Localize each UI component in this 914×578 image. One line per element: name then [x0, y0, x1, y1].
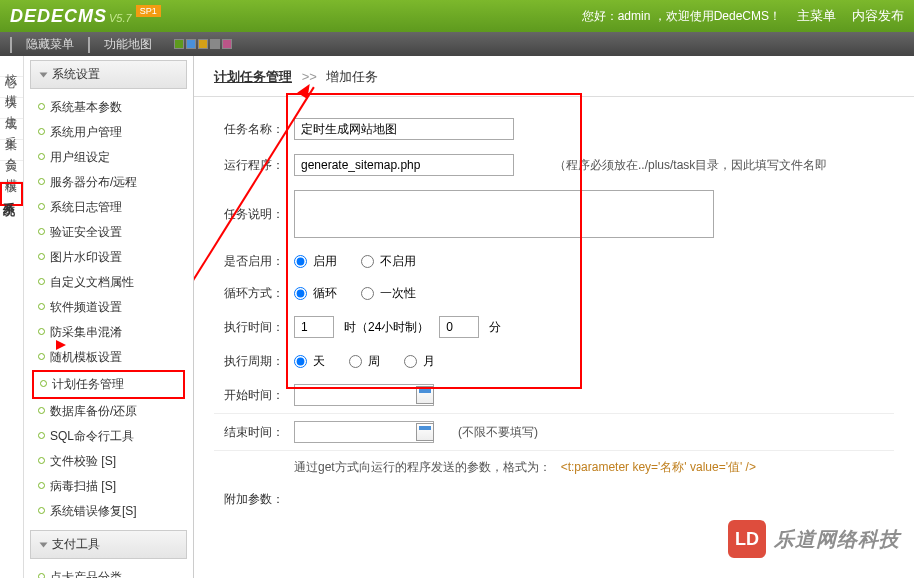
vtab-4[interactable]: 会员: [0, 140, 23, 161]
sidebar-item[interactable]: 病毒扫描 [S]: [32, 474, 185, 499]
vertical-tab-strip: 核心模块生成采集会员模板系统: [0, 56, 24, 578]
param-format-hint: 通过get方式向运行的程序发送的参数，格式为：<t:parameter key=…: [294, 459, 894, 476]
start-time-label: 开始时间：: [214, 387, 294, 404]
loop-once-radio[interactable]: 一次性: [361, 285, 416, 302]
sidebar-item[interactable]: 服务器分布/远程: [32, 170, 185, 195]
period-month-radio[interactable]: 月: [404, 353, 435, 370]
vtab-5[interactable]: 模板: [0, 161, 23, 182]
sidebar-section-payment[interactable]: 支付工具: [30, 530, 187, 559]
desc-textarea[interactable]: [294, 190, 714, 238]
enable-label: 是否启用：: [214, 253, 294, 270]
end-time-hint: (不限不要填写): [458, 424, 538, 441]
period-day-radio[interactable]: 天: [294, 353, 325, 370]
sidebar: 系统设置 系统基本参数系统用户管理用户组设定服务器分布/远程系统日志管理验证安全…: [24, 56, 194, 578]
minute-suffix: 分: [489, 319, 501, 336]
theme-color-swatch[interactable]: [186, 39, 196, 49]
watermark: LD 乐道网络科技: [728, 520, 900, 558]
enable-on-radio[interactable]: 启用: [294, 253, 337, 270]
logo-sp-badge: SP1: [136, 5, 161, 17]
minute-input[interactable]: [439, 316, 479, 338]
task-name-label: 任务名称：: [214, 121, 294, 138]
sidebar-item[interactable]: 系统错误修复[S]: [32, 499, 185, 524]
sidebar-item[interactable]: SQL命令行工具: [32, 424, 185, 449]
main-content: 计划任务管理 >> 增加任务 任务名称： 运行程序： （程序必须放在../plu…: [194, 56, 914, 578]
app-header: DEDECMS V5.7 SP1 您好：admin ，欢迎使用DedeCMS！ …: [0, 0, 914, 32]
breadcrumb: 计划任务管理 >> 增加任务: [194, 56, 914, 97]
loop-yes-radio[interactable]: 循环: [294, 285, 337, 302]
watermark-badge: LD: [728, 520, 766, 558]
logo-text: DEDECMS: [10, 6, 107, 27]
sidebar-item[interactable]: 自定义文档属性: [32, 270, 185, 295]
period-week-radio[interactable]: 周: [349, 353, 380, 370]
hour-suffix: 时（24小时制）: [344, 319, 429, 336]
end-time-label: 结束时间：: [214, 424, 294, 441]
sidebar-item[interactable]: 点卡产品分类: [32, 565, 185, 578]
vtab-6[interactable]: 系统: [0, 182, 23, 206]
program-input[interactable]: [294, 154, 514, 176]
list-icon: [10, 38, 22, 50]
desc-label: 任务说明：: [214, 190, 294, 223]
welcome-text: 您好：admin ，欢迎使用DedeCMS！: [582, 8, 781, 25]
theme-color-swatch[interactable]: [174, 39, 184, 49]
sidebar-item[interactable]: 软件频道设置: [32, 295, 185, 320]
logo: DEDECMS V5.7 SP1: [10, 6, 161, 27]
task-name-input[interactable]: [294, 118, 514, 140]
toolbar: 隐藏菜单 功能地图: [0, 32, 914, 56]
sidebar-item[interactable]: 图片水印设置: [32, 245, 185, 270]
hour-input[interactable]: [294, 316, 334, 338]
calendar-icon[interactable]: [416, 423, 434, 441]
annotation-arrow-icon: [56, 340, 66, 350]
grid-icon: [88, 38, 100, 50]
period-label: 执行周期：: [214, 353, 294, 370]
vtab-1[interactable]: 模块: [0, 77, 23, 98]
loop-label: 循环方式：: [214, 285, 294, 302]
logo-version: V5.7: [109, 12, 132, 24]
sidebar-item[interactable]: 随机模板设置: [32, 345, 185, 370]
content-publish-link[interactable]: 内容发布: [852, 7, 904, 25]
breadcrumb-root[interactable]: 计划任务管理: [214, 69, 292, 84]
vtab-0[interactable]: 核心: [0, 56, 23, 77]
sidebar-item[interactable]: 计划任务管理: [32, 370, 185, 399]
program-hint: （程序必须放在../plus/task目录，因此填写文件名即: [554, 157, 827, 174]
program-label: 运行程序：: [214, 157, 294, 174]
function-map-button[interactable]: 功能地图: [88, 36, 152, 53]
vtab-2[interactable]: 生成: [0, 98, 23, 119]
end-time-input[interactable]: [294, 421, 434, 443]
sidebar-item[interactable]: 系统基本参数: [32, 95, 185, 120]
theme-color-swatch[interactable]: [210, 39, 220, 49]
vtab-3[interactable]: 采集: [0, 119, 23, 140]
extra-params-label: 附加参数：: [214, 491, 294, 508]
sidebar-item[interactable]: 系统用户管理: [32, 120, 185, 145]
start-time-input[interactable]: [294, 384, 434, 406]
sidebar-item[interactable]: 用户组设定: [32, 145, 185, 170]
breadcrumb-sep: >>: [302, 69, 317, 84]
sidebar-item[interactable]: 验证安全设置: [32, 220, 185, 245]
theme-color-picker: [174, 39, 232, 49]
exec-time-label: 执行时间：: [214, 319, 294, 336]
calendar-icon[interactable]: [416, 386, 434, 404]
sidebar-item[interactable]: 文件校验 [S]: [32, 449, 185, 474]
sidebar-item[interactable]: 数据库备份/还原: [32, 399, 185, 424]
theme-color-swatch[interactable]: [222, 39, 232, 49]
enable-off-radio[interactable]: 不启用: [361, 253, 416, 270]
theme-color-swatch[interactable]: [198, 39, 208, 49]
sidebar-item[interactable]: 系统日志管理: [32, 195, 185, 220]
sidebar-item[interactable]: 防采集串混淆: [32, 320, 185, 345]
hide-menu-button[interactable]: 隐藏菜单: [10, 36, 74, 53]
main-menu-link[interactable]: 主菜单: [797, 7, 836, 25]
breadcrumb-current: 增加任务: [326, 69, 378, 84]
watermark-text: 乐道网络科技: [774, 526, 900, 553]
sidebar-section-system[interactable]: 系统设置: [30, 60, 187, 89]
